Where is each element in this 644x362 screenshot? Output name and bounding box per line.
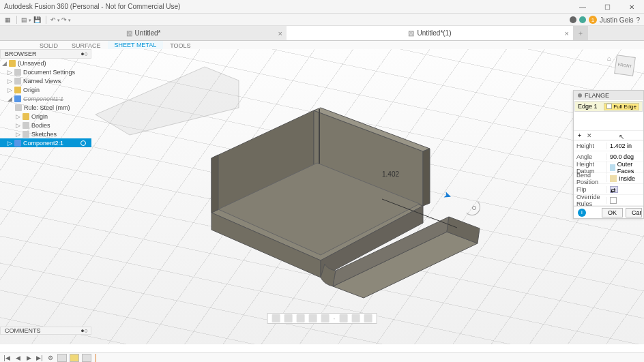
new-tab-button[interactable]: ＋ [573,26,588,40]
origin-icon [23,113,29,120]
angle-handle-dot[interactable] [472,206,476,210]
user-name[interactable]: Justin Geis [600,16,633,24]
tab-untitled-1[interactable]: ▧ Untitled*(1) × [287,26,573,40]
timeline-marker[interactable] [96,354,96,362]
close-tab-icon[interactable]: × [565,29,569,37]
timeline-start-icon[interactable]: |◀ [3,355,11,361]
selection-add-remove: ＋ ✕ [574,130,643,140]
flange-dialog[interactable]: FLANGE Edge 1 Full Edge ↖ ＋ ✕ Height Ang… [573,90,644,219]
height-input[interactable] [610,142,643,149]
viewcube-face[interactable]: FRONT [614,55,636,76]
origin-icon [14,87,21,93]
flip-label: Flip [574,186,606,193]
svg-marker-6 [423,149,430,206]
grid-icon[interactable] [351,314,360,322]
timeline-settings-icon[interactable]: ⚙ [46,355,55,361]
app-title: Autodesk Fusion 360 (Personal - Not for … [0,3,180,10]
override-checkbox[interactable] [610,197,617,204]
dialog-header[interactable]: FLANGE [574,91,643,100]
navigation-toolbar: · [267,313,377,324]
timeline-next-icon[interactable]: ▶| [35,355,44,361]
dialog-bullet-icon [578,93,582,97]
tab-untitled[interactable]: ▧ Untitled* × [0,26,287,40]
app-menu-icon[interactable]: ▦ [3,15,12,25]
comments-collapse-icon[interactable]: ●○ [80,327,88,334]
bendpos-select[interactable]: Inside [606,175,643,182]
view-cube[interactable]: FRONT [613,53,637,78]
tree-sketches[interactable]: ▷Sketches [0,130,91,138]
timeline-prev-icon[interactable]: ◀ [14,355,22,361]
datum-icon [610,164,615,171]
edge-label: Edge 1 [578,103,598,110]
title-bar: Autodesk Fusion 360 (Personal - Not for … [0,0,644,14]
tree-root[interactable]: ◢(Unsaved) [0,59,91,67]
close-window-button[interactable]: ✕ [619,0,644,14]
status-dot-icon [579,16,586,23]
component-icon [14,95,21,102]
rule-icon [15,104,22,111]
maximize-button[interactable]: ☐ [595,0,619,14]
comments-panel-header[interactable]: COMMENTS ●○ [0,327,91,335]
datum-select[interactable]: Outer Faces [606,161,643,175]
timeline-play-icon[interactable]: ▶ [25,355,33,361]
add-selection-icon[interactable]: ＋ [576,131,583,140]
ok-button[interactable]: OK [602,208,623,217]
timeline-feature[interactable] [82,354,91,362]
home-view-icon[interactable]: ⌂ [607,55,611,62]
model-3d[interactable] [177,76,484,301]
info-icon[interactable]: i [578,209,586,217]
document-tabs: ▧ Untitled* × ▧ Untitled*(1) × ＋ [0,26,644,41]
dimension-label[interactable]: 1.402 [382,170,399,178]
tree-bodies[interactable]: ▷Bodies [0,121,91,130]
quick-access-toolbar: ▦ ▤ 💾 ↶ ↷ 1 Justin Geis ? [0,14,644,26]
views-icon [14,78,21,85]
component-icon [14,140,21,147]
bodies-icon [23,122,29,129]
tree-rule[interactable]: Rule: Steel (mm) [0,103,91,112]
dialog-title: FLANGE [585,92,609,99]
display-settings-icon[interactable] [339,314,347,322]
cancel-button[interactable]: Cancel [626,208,642,217]
tree-component2[interactable]: ▷Component2:1 [0,138,91,147]
cursor-icon: ↖ [619,133,624,140]
undo-icon[interactable]: ↶ [50,15,60,25]
look-icon[interactable] [284,314,293,322]
edge-selection-row[interactable]: Edge 1 Full Edge [574,101,643,112]
zoom-icon[interactable] [309,314,317,322]
angle-input[interactable] [610,153,643,160]
minimize-button[interactable]: — [570,0,595,14]
timeline-feature[interactable] [70,354,79,362]
angle-label: Angle [574,153,606,160]
viewports-icon[interactable] [364,314,372,322]
activate-radio-icon[interactable] [80,140,86,146]
gear-icon [14,69,21,76]
row-override: Override Rules [574,195,643,206]
row-bend-position: Bend Position Inside [574,173,643,184]
save-icon[interactable]: 💾 [32,15,42,25]
tree-origin2[interactable]: ▷Origin [0,112,91,121]
file-icon[interactable]: ▤ [21,15,31,25]
redo-icon[interactable]: ↷ [61,15,71,25]
timeline-feature[interactable] [57,354,67,362]
full-edge-toggle[interactable]: Full Edge [604,103,639,110]
tree-component1[interactable]: ◢Component1:1 [0,94,91,103]
browser-panel-header[interactable]: BROWSER ●○ [0,49,91,59]
close-tab-icon[interactable]: × [278,29,282,37]
tree-named-views[interactable]: ▷Named Views [0,76,91,85]
pan-icon[interactable] [297,314,305,322]
orbit-icon[interactable] [272,314,280,322]
timeline: |◀ ◀ ▶ ▶| ⚙ [0,352,644,362]
tree-origin[interactable]: ▷Origin [0,85,91,94]
tab-label: Untitled*(1) [417,29,451,37]
notification-badge[interactable]: 1 [589,16,597,24]
browser-collapse-icon[interactable]: ●○ [80,50,88,57]
flip-button[interactable]: ⇄ [610,186,618,193]
fit-icon[interactable] [321,314,330,322]
help-icon[interactable]: ? [636,16,640,24]
tab-doc-icon: ▧ [126,29,132,37]
sketches-icon [23,131,29,138]
tree-docset[interactable]: ▷Document Settings [0,67,91,76]
ext-icon[interactable] [570,16,576,23]
clear-selection-icon[interactable]: ✕ [587,132,592,139]
svg-marker-3 [211,155,218,213]
